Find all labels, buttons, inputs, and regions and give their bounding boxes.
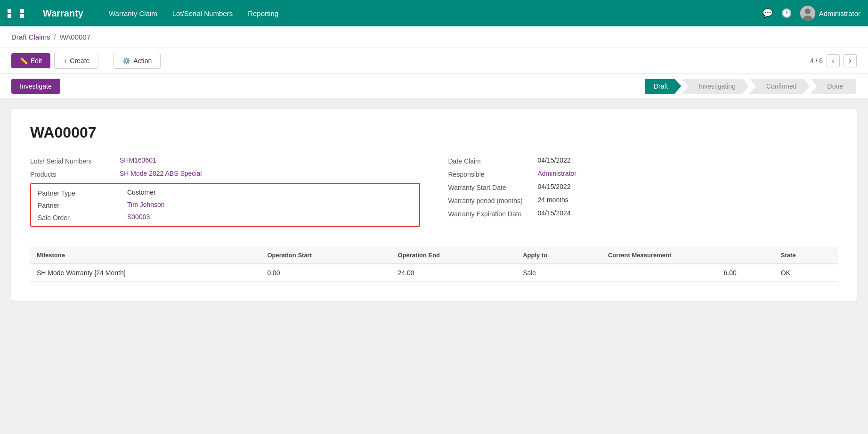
form-card: WA00007 Lots/ Serial Numbers SHM163601 P…: [11, 109, 857, 301]
partner-value[interactable]: Tim Johnson: [127, 201, 165, 208]
col-apply-to: Apply to: [516, 247, 601, 264]
responsible-value[interactable]: Administrator: [538, 170, 576, 177]
date-claim-value: 04/15/2022: [538, 156, 571, 164]
table-header-row: Milestone Operation Start Operation End …: [30, 247, 838, 264]
warranty-start-field: Warranty Start Date 04/15/2022: [448, 183, 838, 191]
user-name: Administrator: [819, 9, 860, 17]
products-value[interactable]: SH Mode 2022 ABS Special: [120, 170, 202, 177]
warranty-expiration-value: 04/15/2024: [538, 209, 571, 217]
avatar: [800, 6, 815, 21]
warranty-start-label: Warranty Start Date: [448, 183, 538, 191]
col-operation-end: Operation End: [391, 247, 516, 264]
svg-point-1: [805, 8, 811, 14]
table-row[interactable]: SH Mode Warranty [24 Month] 0.00 24.00 S…: [30, 264, 838, 282]
step-done[interactable]: Done: [811, 79, 857, 94]
lots-serial-field: Lots/ Serial Numbers SHM163601: [30, 156, 420, 165]
breadcrumb-parent[interactable]: Draft Claims: [11, 33, 50, 41]
pagination-display: 4 / 6: [810, 57, 823, 65]
responsible-label: Responsible: [448, 170, 538, 178]
chat-icon[interactable]: 💬: [763, 8, 773, 18]
products-label: Products: [30, 170, 120, 178]
sale-order-label: Sale Order: [38, 213, 127, 221]
clock-icon[interactable]: 🕐: [781, 8, 792, 18]
sale-order-field: Sale Order S00003: [38, 213, 413, 221]
partner-type-field: Partner Type Customer: [38, 188, 413, 197]
topnav-menu: Warranty Claim Lot/Serial Numbers Report…: [102, 7, 285, 20]
lots-serial-value[interactable]: SHM163601: [120, 156, 156, 164]
partner-label: Partner: [38, 201, 127, 209]
top-navigation: Warranty Warranty Claim Lot/Serial Numbe…: [0, 0, 868, 26]
nav-lot-serial[interactable]: Lot/Serial Numbers: [166, 7, 239, 20]
warranty-start-value: 04/15/2022: [538, 183, 571, 190]
topnav-icons: 💬 🕐 Administrator: [763, 6, 860, 21]
step-draft[interactable]: Draft: [645, 79, 681, 94]
warranty-expiration-label: Warranty Expiration Date: [448, 209, 538, 218]
record-title: WA00007: [30, 124, 838, 141]
form-section-right: Date Claim 04/15/2022 Responsible Admini…: [448, 156, 838, 232]
status-steps: Draft Investigating Confirmed Done: [645, 79, 857, 94]
warranty-period-value: 24 months: [538, 196, 568, 204]
warranty-expiration-field: Warranty Expiration Date 04/15/2024: [448, 209, 838, 218]
status-bar: Investigate Draft Investigating Confirme…: [0, 74, 868, 99]
col-milestone: Milestone: [30, 247, 260, 264]
cell-apply-to: Sale: [516, 264, 601, 282]
action-button[interactable]: ⚙️ Action: [114, 53, 161, 69]
create-button[interactable]: + Create: [54, 53, 98, 69]
user-menu[interactable]: Administrator: [800, 6, 860, 21]
lots-serial-label: Lots/ Serial Numbers: [30, 156, 120, 165]
date-claim-field: Date Claim 04/15/2022: [448, 156, 838, 165]
responsible-field: Responsible Administrator: [448, 170, 838, 178]
edit-icon: ✏️: [20, 57, 28, 65]
cell-state: OK: [774, 264, 838, 282]
cell-current-measurement: 6.00: [601, 264, 774, 282]
col-current-measurement: Current Measurement: [601, 247, 774, 264]
warranty-period-field: Warranty period (months) 24 months: [448, 196, 838, 205]
toolbar: ✏️ Edit + Create ⚙️ Action 4 / 6 ‹ ›: [0, 48, 868, 74]
cell-milestone: SH Mode Warranty [24 Month]: [30, 264, 260, 282]
edit-button[interactable]: ✏️ Edit: [11, 53, 50, 68]
grid-menu-icon[interactable]: [8, 9, 32, 18]
pagination-prev[interactable]: ‹: [827, 54, 840, 67]
nav-reporting[interactable]: Reporting: [241, 7, 285, 20]
investigate-button[interactable]: Investigate: [11, 79, 60, 94]
pagination: 4 / 6 ‹ ›: [810, 54, 857, 67]
warranty-period-label: Warranty period (months): [448, 196, 538, 205]
products-field: Products SH Mode 2022 ABS Special: [30, 170, 420, 178]
step-investigating[interactable]: Investigating: [681, 79, 749, 94]
col-operation-start: Operation Start: [260, 247, 391, 264]
plus-icon: +: [63, 57, 67, 65]
breadcrumb-separator: /: [54, 33, 56, 41]
main-content: WA00007 Lots/ Serial Numbers SHM163601 P…: [0, 99, 868, 434]
nav-warranty-claim[interactable]: Warranty Claim: [102, 7, 164, 20]
sale-order-value[interactable]: S00003: [127, 213, 150, 221]
form-sections: Lots/ Serial Numbers SHM163601 Products …: [30, 156, 838, 232]
cell-operation-start: 0.00: [260, 264, 391, 282]
partner-type-value: Customer: [127, 188, 156, 196]
breadcrumb: Draft Claims / WA00007: [0, 26, 868, 48]
cell-operation-end: 24.00: [391, 264, 516, 282]
col-state: State: [774, 247, 838, 264]
milestones-table: Milestone Operation Start Operation End …: [30, 247, 838, 282]
partner-field: Partner Tim Johnson: [38, 201, 413, 209]
gear-icon: ⚙️: [122, 57, 130, 65]
step-confirmed[interactable]: Confirmed: [749, 79, 811, 94]
date-claim-label: Date Claim: [448, 156, 538, 165]
breadcrumb-current: WA00007: [60, 33, 90, 41]
pagination-next[interactable]: ›: [844, 54, 857, 67]
app-title: Warranty: [43, 8, 83, 19]
highlighted-fields: Partner Type Customer Partner Tim Johnso…: [30, 183, 420, 227]
form-section-left: Lots/ Serial Numbers SHM163601 Products …: [30, 156, 420, 232]
partner-type-label: Partner Type: [38, 188, 127, 197]
